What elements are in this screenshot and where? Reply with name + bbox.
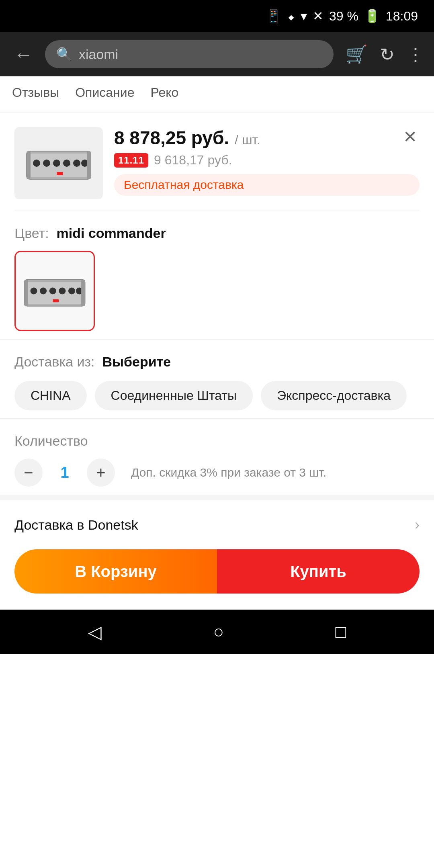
battery-icon: 🔋 [364, 8, 380, 24]
quantity-increase-button[interactable]: + [87, 459, 115, 487]
price-unit: / шт. [235, 133, 260, 147]
product-modal: 8 878,25 руб. / шт. 11.11 9 618,17 руб. … [0, 113, 434, 594]
search-input[interactable]: xiaomi [79, 47, 118, 62]
color-options [14, 251, 420, 331]
delivery-row[interactable]: Доставка в Donetsk › [0, 500, 434, 549]
sale-badge: 11.11 [114, 153, 148, 168]
svg-rect-20 [24, 280, 28, 306]
color-value: midi commander [57, 225, 166, 241]
free-delivery-badge: Бесплатная доставка [114, 174, 420, 196]
color-label: Цвет: midi commander [14, 225, 420, 241]
back-button[interactable]: ← [10, 39, 37, 70]
cart-icon[interactable]: 🛒 [346, 44, 368, 65]
network-icon: ✕ [313, 8, 323, 24]
quantity-row: − 1 + Доп. скидка 3% при заказе от 3 шт. [14, 459, 420, 487]
quantity-discount-note: Доп. скидка 3% при заказе от 3 шт. [131, 466, 326, 479]
svg-point-2 [33, 160, 40, 167]
svg-point-5 [63, 160, 70, 167]
search-icon: 🔍 [56, 47, 72, 62]
tabs-row: Отзывы Описание Реко [0, 76, 434, 113]
svg-point-3 [43, 160, 50, 167]
shipping-option-express[interactable]: Экспресс-доставка [261, 381, 407, 410]
shipping-label: Доставка из: Выберите [14, 354, 420, 370]
svg-point-13 [31, 288, 37, 295]
tab-description[interactable]: Описание [75, 85, 134, 103]
quantity-value: 1 [55, 464, 75, 481]
delivery-text: Доставка в Donetsk [14, 517, 138, 533]
nav-home-icon[interactable]: ○ [213, 622, 224, 642]
battery-text: 39 % [329, 9, 358, 24]
shipping-select-label: Выберите [102, 354, 171, 369]
nav-recent-icon[interactable]: □ [336, 622, 346, 642]
quantity-section: Количество − 1 + Доп. скидка 3% при зака… [0, 419, 434, 495]
svg-rect-8 [57, 172, 63, 175]
nav-actions: 🛒 ↻ ⋮ [346, 44, 424, 65]
wifi-icon: ▾ [301, 8, 307, 24]
svg-point-16 [59, 288, 66, 295]
bottom-buttons: В Корзину Купить [14, 549, 420, 594]
svg-rect-21 [81, 280, 85, 306]
svg-rect-10 [87, 151, 91, 179]
price-main: 8 878,25 руб. [114, 127, 229, 149]
signal-icon: ⬥ [287, 9, 295, 24]
phone-icon: 📱 [266, 8, 282, 24]
color-option-midi[interactable] [14, 251, 95, 331]
svg-point-14 [40, 288, 47, 295]
shipping-option-usa[interactable]: Соединенные Штаты [95, 381, 253, 410]
product-thumbnail [14, 127, 103, 199]
svg-point-6 [73, 160, 80, 167]
svg-point-15 [49, 288, 56, 295]
nav-back-icon[interactable]: ◁ [88, 622, 102, 642]
search-bar[interactable]: 🔍 xiaomi [45, 40, 334, 68]
svg-point-17 [68, 288, 75, 295]
top-nav: ← 🔍 xiaomi 🛒 ↻ ⋮ [0, 32, 434, 76]
bottom-nav: ◁ ○ □ [0, 610, 434, 654]
product-summary: 8 878,25 руб. / шт. 11.11 9 618,17 руб. … [0, 113, 434, 211]
shipping-section: Доставка из: Выберите CHINA Соединенные … [0, 340, 434, 418]
chevron-right-icon: › [415, 516, 420, 533]
tab-recommendations[interactable]: Реко [150, 85, 178, 103]
quantity-decrease-button[interactable]: − [14, 459, 43, 487]
svg-point-4 [53, 160, 60, 167]
old-price: 9 618,17 руб. [154, 153, 232, 168]
tab-reviews[interactable]: Отзывы [12, 85, 59, 103]
status-bar: 📱 ⬥ ▾ ✕ 39 % 🔋 18:09 [0, 0, 434, 32]
buy-now-button[interactable]: Купить [217, 549, 420, 594]
product-info: 8 878,25 руб. / шт. 11.11 9 618,17 руб. … [114, 127, 420, 196]
time-text: 18:09 [386, 9, 418, 24]
quantity-label: Количество [14, 433, 420, 449]
close-button[interactable]: ✕ [398, 125, 422, 149]
svg-rect-19 [53, 299, 59, 303]
svg-rect-9 [27, 151, 31, 179]
shipping-options: CHINA Соединенные Штаты Экспресс-доставк… [14, 381, 420, 410]
more-icon[interactable]: ⋮ [407, 44, 424, 65]
add-to-cart-button[interactable]: В Корзину [14, 549, 217, 594]
color-section: Цвет: midi commander [0, 211, 434, 339]
divider-thick [0, 495, 434, 500]
shipping-option-china[interactable]: CHINA [14, 381, 87, 410]
refresh-icon[interactable]: ↻ [380, 44, 395, 65]
